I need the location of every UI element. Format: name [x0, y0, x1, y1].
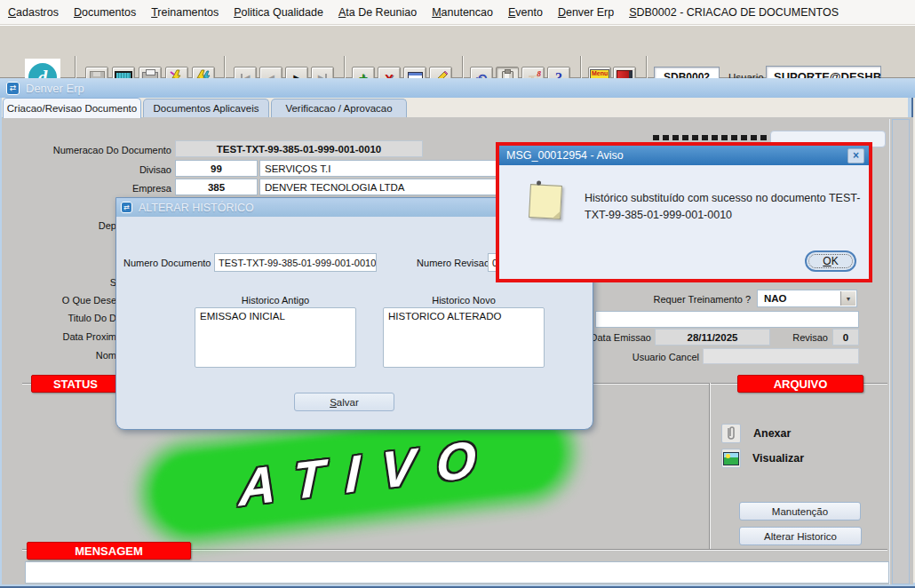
menu-bar: Cadastros Documentos Treinamentos Politi… — [0, 0, 915, 25]
message-dialog: MSG_00012954 - Aviso × Histórico substit… — [496, 142, 872, 282]
historico-antigo-textarea[interactable]: EMISSAO INICIAL — [195, 307, 356, 368]
setor-label-partial: S — [36, 277, 116, 288]
titulo-documento-label-partial: Titulo Do D — [36, 313, 116, 323]
message-dialog-title: MSG_00012954 - Aviso — [506, 149, 624, 162]
data-emissao-field: 28/11/2025 — [655, 329, 770, 346]
status-arquivo-divider — [709, 383, 711, 549]
historico-antigo-label: Historico Antigo — [195, 295, 356, 306]
historico-novo-label: Historico Novo — [383, 295, 545, 306]
anexar-label[interactable]: Anexar — [753, 427, 791, 440]
arquivo-section-label: ARQUIVO — [737, 375, 863, 393]
dialog-icon: ⇄ — [121, 202, 132, 213]
data-proxima-label-partial: Data Proxim — [36, 331, 116, 342]
mensagem-section-label: MENSAGEM — [27, 542, 191, 560]
menu-documentos[interactable]: Documentos — [74, 6, 136, 19]
paperclip-icon — [724, 425, 738, 441]
menu-politica-qualidade[interactable]: Politica Qualidade — [234, 6, 323, 19]
window-title-bar: ⇄ Denver Erp — [0, 78, 915, 98]
tab-criacao-revisao-documento[interactable]: Criacao/Revisao Documento — [3, 98, 141, 118]
mensagem-input[interactable] — [25, 561, 889, 584]
tab-verificacao-aprovacao[interactable]: Verificacao / Aprovacao — [271, 99, 407, 117]
visualizar-button[interactable] — [721, 449, 741, 468]
alterar-historico-title: ALTERAR HISTÓRICO — [139, 202, 254, 214]
cutoff-text-strip — [653, 135, 767, 140]
o-que-deseja-label-partial: O Que Dese — [36, 295, 116, 306]
toolbar: d ? ◀ ◀ ▶ ▶ + X ↶ ☞8 ? — [0, 25, 915, 78]
tab-documentos-aplicaveis[interactable]: Documentos Aplicaveis — [143, 99, 269, 117]
record-lock-accent: 8 — [537, 69, 542, 78]
message-dialog-title-bar: MSG_00012954 - Aviso × — [499, 146, 869, 165]
revisao-field: 0 — [832, 329, 859, 346]
menu-denver-erp[interactable]: Denver Erp — [558, 6, 614, 19]
nome-label-partial: Nom — [36, 350, 116, 361]
canvas-right-edge — [889, 119, 890, 584]
departamento-label-partial: Dep — [36, 220, 116, 231]
historico-novo-textarea[interactable]: HISTORICO ALTERADO — [383, 307, 545, 368]
vertical-scrollbar[interactable] — [892, 119, 910, 584]
menu-cadastros[interactable]: Cadastros — [8, 6, 59, 19]
menu-sdb0002-criacao-documentos[interactable]: SDB0002 - CRIACAO DE DOCUMENTOS — [629, 6, 839, 19]
chevron-down-icon[interactable]: ▼ — [840, 291, 855, 306]
alterar-historico-button[interactable]: Alterar Historico — [739, 527, 862, 545]
menu-treinamentos[interactable]: Treinamentos — [151, 6, 219, 19]
numero-revisao-label: Numero Revisao — [383, 258, 489, 268]
numero-documento-label: Numero Documento — [123, 258, 211, 268]
empresa-label: Empresa — [27, 183, 171, 194]
note-icon — [529, 184, 562, 219]
titulo-documento-field[interactable] — [595, 311, 859, 328]
numeracao-documento-field: TEST-TXT-99-385-01-999-001-0010 — [175, 140, 423, 157]
window-title: Denver Erp — [26, 82, 84, 95]
usuario-cancel-field — [703, 348, 859, 364]
divisao-label: Divisao — [27, 164, 171, 175]
status-section-label: STATUS — [31, 375, 120, 393]
window-icon: ⇄ — [6, 82, 20, 95]
requer-treinamento-label: Requer Treinamento ? — [613, 294, 751, 305]
image-icon — [723, 452, 739, 465]
revisao-label: Revisao — [775, 332, 828, 343]
ok-button[interactable]: OK — [805, 250, 856, 272]
visualizar-label[interactable]: Visualizar — [752, 452, 804, 465]
salvar-button[interactable]: Salvar — [294, 393, 394, 411]
numeracao-documento-label: Numeracao Do Documento — [27, 145, 171, 155]
usuario-cancel-label: Usuario Cancel — [613, 352, 699, 362]
anexar-button[interactable] — [721, 424, 741, 443]
menu-ata-de-reuniao[interactable]: Ata De Reuniao — [338, 6, 417, 19]
requer-treinamento-dropdown[interactable]: NAO ▼ — [757, 290, 857, 307]
divisao-code-field[interactable]: 99 — [175, 160, 258, 177]
empresa-code-field[interactable]: 385 — [175, 179, 258, 195]
message-dialog-text: Histórico substituído com sucesso no doc… — [585, 190, 862, 225]
manutencao-button[interactable]: Manutenção — [739, 502, 861, 520]
menu-evento[interactable]: Evento — [508, 6, 543, 19]
menu-manutencao[interactable]: Manutencao — [432, 6, 493, 19]
numero-documento-input[interactable]: TEST-TXT-99-385-01-999-001-0010 — [214, 253, 377, 272]
close-icon[interactable]: × — [847, 148, 864, 163]
